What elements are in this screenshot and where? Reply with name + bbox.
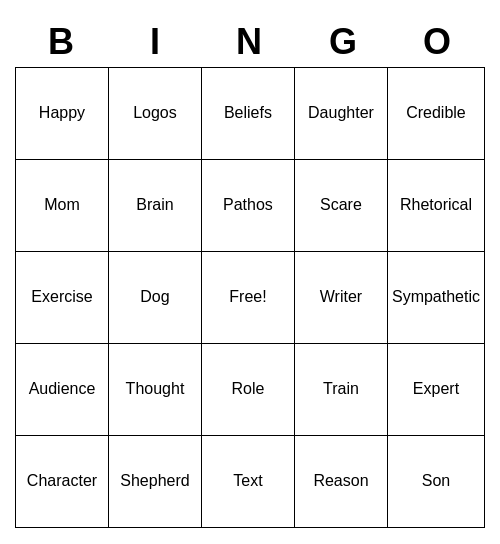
bingo-cell-9: Rhetorical (388, 160, 485, 252)
header-letter-O: O (391, 17, 485, 67)
header-letter-I: I (109, 17, 203, 67)
bingo-cell-12: Free! (202, 252, 295, 344)
header-letter-B: B (15, 17, 109, 67)
bingo-cell-18: Train (295, 344, 388, 436)
header-letter-G: G (297, 17, 391, 67)
bingo-cell-11: Dog (109, 252, 202, 344)
bingo-cell-21: Shepherd (109, 436, 202, 528)
bingo-cell-3: Daughter (295, 68, 388, 160)
bingo-cell-2: Beliefs (202, 68, 295, 160)
bingo-cell-6: Brain (109, 160, 202, 252)
bingo-cell-0: Happy (16, 68, 109, 160)
bingo-cell-17: Role (202, 344, 295, 436)
bingo-cell-22: Text (202, 436, 295, 528)
bingo-cell-5: Mom (16, 160, 109, 252)
bingo-cell-10: Exercise (16, 252, 109, 344)
bingo-cell-13: Writer (295, 252, 388, 344)
bingo-header: BINGO (15, 17, 485, 67)
bingo-cell-7: Pathos (202, 160, 295, 252)
bingo-cell-19: Expert (388, 344, 485, 436)
bingo-cell-16: Thought (109, 344, 202, 436)
bingo-cell-23: Reason (295, 436, 388, 528)
bingo-cell-24: Son (388, 436, 485, 528)
bingo-grid: HappyLogosBeliefsDaughterCredibleMomBrai… (15, 67, 485, 528)
bingo-card: BINGO HappyLogosBeliefsDaughterCredibleM… (15, 17, 485, 528)
bingo-cell-4: Credible (388, 68, 485, 160)
bingo-cell-14: Sympathetic (388, 252, 485, 344)
header-letter-N: N (203, 17, 297, 67)
bingo-cell-1: Logos (109, 68, 202, 160)
bingo-cell-20: Character (16, 436, 109, 528)
bingo-cell-15: Audience (16, 344, 109, 436)
bingo-cell-8: Scare (295, 160, 388, 252)
